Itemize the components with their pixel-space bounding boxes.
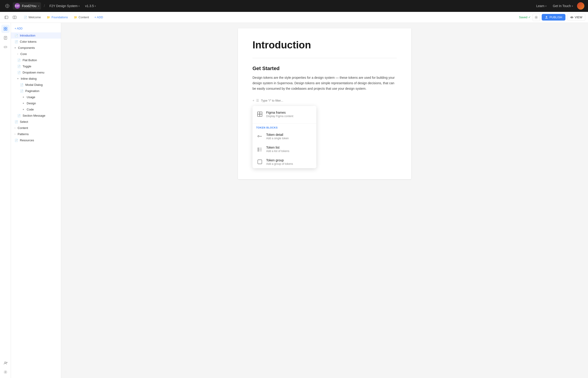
publish-label: PUBLISH: [550, 15, 562, 19]
sidebar-item-introduction[interactable]: 📄 Introduction: [11, 32, 61, 39]
dot-icon: [23, 96, 24, 98]
dropdown-divider: [253, 123, 316, 123]
toolbar-layout-controls: [3, 14, 18, 21]
svg-point-30: [258, 150, 259, 151]
sidebar-item-pagination[interactable]: 📄 Pagination: [11, 88, 61, 94]
settings-button[interactable]: [533, 14, 540, 21]
sidebar-item-flat-button[interactable]: 📄 Flat Button: [11, 57, 61, 63]
sidebar-item-section-message[interactable]: 📄 Section Message: [11, 112, 61, 119]
version-selector[interactable]: v1.3.5 ▾: [83, 3, 98, 9]
content-icon: 📁: [74, 16, 77, 19]
learn-menu[interactable]: Learn ▾: [534, 3, 549, 9]
svg-point-16: [5, 362, 6, 363]
top-nav: F2Y Food2You ▾ / F2Y Design System ▾ v1.…: [0, 0, 588, 12]
svg-rect-1: [5, 16, 8, 19]
sidebar-item-code[interactable]: Code: [11, 106, 61, 112]
tab-welcome[interactable]: 📄 Welcome: [21, 14, 44, 20]
code-icon-button[interactable]: [1, 43, 10, 51]
content-area: Introduction Get Started Design tokens a…: [61, 23, 588, 378]
sidebar-item-flat-button-label: Flat Button: [23, 58, 37, 62]
svg-rect-21: [260, 112, 262, 114]
sidebar-item-color-tokens[interactable]: 📄 Color tokens: [11, 39, 61, 45]
doc-icon: 📄: [17, 65, 21, 68]
sidebar: + ADD 📄 Introduction 📄 Color tokens ▾ Co…: [11, 23, 61, 378]
docs-icon-button[interactable]: [1, 34, 10, 42]
sidebar-item-color-tokens-label: Color tokens: [20, 40, 37, 43]
sidebar-item-dropdown-menu[interactable]: 📄 Dropdown menu: [11, 69, 61, 76]
view-button[interactable]: VIEW: [567, 14, 585, 21]
sidebar-item-components[interactable]: ▾ Components: [11, 45, 61, 51]
tab-welcome-label: Welcome: [28, 15, 41, 19]
brand-avatar: F2Y: [15, 3, 20, 9]
svg-rect-7: [4, 27, 5, 28]
tab-content-label: Content: [79, 15, 89, 19]
sidebar-item-content[interactable]: › Content: [11, 125, 61, 131]
project-selector[interactable]: F2Y Design System ▾: [48, 3, 81, 9]
saved-status: Saved ✓: [519, 15, 531, 19]
sidebar-add-button[interactable]: + ADD: [11, 26, 61, 31]
sidebar-item-usage[interactable]: Usage: [11, 94, 61, 100]
content-page: Introduction Get Started Design tokens a…: [238, 28, 411, 179]
sidebar-item-components-label: Components: [18, 46, 35, 50]
brand-selector[interactable]: F2Y Food2You ▾: [13, 2, 41, 10]
sidebar-item-select-label: Select: [20, 120, 28, 123]
token-detail-text: Token detail Add a single token: [266, 133, 289, 140]
token-list-item[interactable]: Token list Add a list of tokens: [253, 143, 316, 155]
sidebar-item-patterns[interactable]: › Patterns: [11, 131, 61, 137]
filter-row: + ☰: [253, 99, 397, 102]
sidebar-item-select[interactable]: 📄 Select: [11, 119, 61, 125]
contact-chevron: ▾: [572, 5, 573, 7]
user-avatar[interactable]: [577, 2, 584, 10]
tab-content[interactable]: 📁 Content: [71, 14, 92, 20]
layout-toggle-button[interactable]: [11, 14, 18, 21]
toolbar-tabs: 📄 Welcome 📁 Foundations 📁 Content + ADD: [21, 14, 518, 20]
token-list-text: Token list Add a list of tokens: [266, 146, 289, 153]
section-title: Get Started: [253, 66, 397, 71]
nav-logo[interactable]: [4, 2, 11, 10]
settings-icon-button[interactable]: [1, 368, 10, 376]
add-tab-label: + ADD: [94, 15, 103, 19]
doc-icon: 📄: [17, 114, 21, 117]
doc-icon: 📄: [17, 59, 21, 62]
sidebar-toggle-button[interactable]: [3, 14, 10, 21]
sidebar-item-patterns-label: Patterns: [18, 132, 28, 136]
tab-foundations-label: Foundations: [51, 15, 68, 19]
doc-icon: 📄: [15, 40, 18, 43]
sidebar-item-content-label: Content: [18, 126, 28, 130]
user-avatar-image: [577, 2, 584, 10]
token-group-icon: [256, 158, 263, 165]
doc-icon: 📄: [20, 90, 24, 93]
publish-button[interactable]: PUBLISH: [542, 14, 565, 21]
svg-rect-23: [260, 114, 262, 116]
sidebar-item-core[interactable]: › Core: [11, 51, 61, 57]
page-title: Introduction: [253, 39, 397, 58]
sidebar-item-design[interactable]: Design: [11, 100, 61, 106]
add-block-icon[interactable]: +: [253, 99, 254, 102]
chevron-down-icon: ▾: [17, 77, 18, 80]
svg-rect-8: [6, 27, 7, 28]
chevron-right-icon: ›: [15, 127, 15, 129]
section-text: Design tokens are the style properties f…: [253, 75, 397, 91]
sidebar-item-usage-label: Usage: [27, 95, 35, 99]
contact-menu[interactable]: Get In Touch ▾: [550, 3, 575, 9]
token-detail-item[interactable]: Token detail Add a single token: [253, 130, 316, 143]
svg-point-5: [536, 17, 537, 18]
doc-icon: 📄: [15, 139, 18, 142]
add-tab-button[interactable]: + ADD: [92, 14, 105, 20]
drag-icon[interactable]: ☰: [256, 99, 259, 102]
sidebar-item-toggle[interactable]: 📄 Toggle: [11, 63, 61, 69]
sidebar-item-modal-dialog[interactable]: 📄 Modal Dialog: [11, 82, 61, 88]
pages-icon-button[interactable]: [1, 25, 10, 33]
sidebar-item-resources[interactable]: 📄 Resources: [11, 137, 61, 143]
figma-frames-desc: Display Figma content: [266, 115, 293, 118]
token-group-item[interactable]: Token group Add a group of tokens: [253, 155, 316, 168]
token-list-icon: [256, 145, 263, 153]
figma-frames-item[interactable]: Figma frames Display Figma content: [253, 108, 316, 121]
token-detail-desc: Add a single token: [266, 137, 289, 140]
block-filter-input[interactable]: [261, 99, 397, 102]
add-user-icon-button[interactable]: [1, 359, 10, 367]
tab-foundations[interactable]: 📁 Foundations: [44, 14, 71, 20]
sidebar-item-inline-dialog[interactable]: ▾ Inline dialog: [11, 76, 61, 82]
toolbar: 📄 Welcome 📁 Foundations 📁 Content + ADD …: [0, 12, 588, 23]
doc-icon: 📄: [20, 83, 24, 86]
